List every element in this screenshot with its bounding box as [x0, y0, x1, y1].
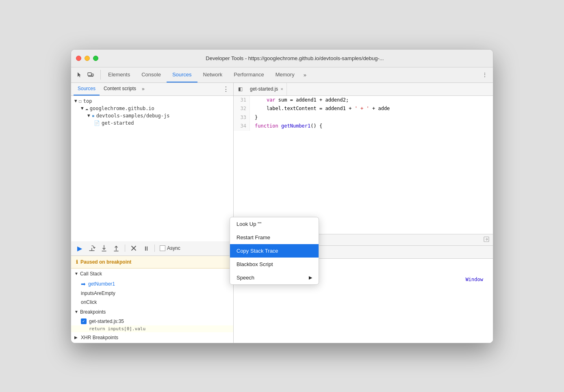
breakpoint-item-0[interactable]: ✓ get-started.js:35 — [71, 317, 233, 325]
more-menu-icon[interactable]: ⋮ — [480, 70, 490, 80]
editor-tabs: ◧ get-started.js × — [234, 83, 493, 96]
code-editor[interactable]: 31 32 33 34 var sum = addend1 + addend2;… — [234, 96, 493, 234]
cloud-icon: ☁ — [85, 106, 88, 111]
code-line-33: } — [255, 113, 488, 122]
code-line-31: var sum = addend1 + addend2; — [255, 96, 488, 105]
right-panel: ◧ get-started.js × 31 32 33 34 var — [234, 83, 493, 343]
paused-banner: ℹ Paused on breakpoint — [71, 256, 233, 269]
device-icon[interactable] — [86, 70, 95, 80]
chevron-right-icon: ▶ — [74, 335, 78, 340]
left-panel-menu[interactable]: ⋮ — [221, 85, 231, 93]
tab-bar: Elements Console Sources Network Perform… — [71, 67, 493, 83]
toolbar-separator — [125, 245, 125, 252]
close-tab-icon[interactable]: × — [280, 87, 283, 91]
main-tabs: Elements Console Sources Network Perform… — [102, 67, 480, 82]
chevron-down-icon: ▼ — [74, 271, 78, 276]
left-tab-sources[interactable]: Sources — [74, 83, 100, 95]
folder-icon: ▪ — [92, 113, 95, 119]
cursor-icon[interactable] — [74, 70, 84, 80]
breakpoints-header[interactable]: ▼ Breakpoints — [71, 307, 233, 317]
info-icon: ℹ — [76, 259, 78, 265]
context-menu-item-copy-stack[interactable]: Copy Stack Trace — [230, 244, 319, 258]
line-numbers: 31 32 33 34 — [234, 96, 250, 131]
code-line-34: function getNumber1() { — [255, 122, 488, 131]
tab-console[interactable]: Console — [136, 67, 167, 82]
tab-bar-end: ⋮ — [480, 70, 490, 80]
call-stack-header[interactable]: ▼ Call Stack — [71, 269, 233, 279]
line-num-32: 32 — [237, 104, 246, 113]
tab-memory[interactable]: Memory — [270, 67, 300, 82]
chevron-down-icon: ▼ — [87, 113, 90, 118]
call-stack-item-2[interactable]: onClick — [71, 298, 233, 307]
left-panel-tabs: Sources Content scripts » ⋮ — [71, 83, 233, 96]
line-num-33: 33 — [237, 113, 246, 122]
file-icon: 📄 — [94, 120, 100, 126]
window-title: Developer Tools - https://googlechrome.g… — [102, 55, 488, 61]
breakpoint-checkbox[interactable]: ✓ — [81, 318, 87, 324]
pause-button[interactable]: ⏸ — [141, 243, 151, 253]
line-num-31: 31 — [237, 96, 246, 105]
submenu-arrow-icon: ▶ — [309, 275, 312, 280]
current-frame-icon: ➡ — [81, 281, 86, 287]
step-out-button[interactable] — [111, 243, 121, 253]
async-checkbox[interactable] — [160, 245, 165, 251]
context-menu-item-speech[interactable]: Speech ▶ — [230, 271, 319, 284]
title-bar: Developer Tools - https://googlechrome.g… — [71, 50, 493, 67]
step-into-button[interactable] — [99, 243, 109, 253]
code-lines: 31 32 33 34 var sum = addend1 + addend2;… — [234, 96, 493, 131]
folder-icon: ☐ — [79, 98, 82, 104]
step-over-button[interactable] — [87, 243, 97, 253]
main-area: Sources Content scripts » ⋮ ▼ ☐ top ▼ ☁ … — [71, 83, 493, 343]
file-tree: ▼ ☐ top ▼ ☁ googlechrome.github.io ▼ ▪ d… — [71, 96, 233, 241]
async-toggle[interactable]: Async — [160, 245, 180, 251]
tree-item-folder[interactable]: ▼ ▪ devtools-samples/debug-js — [71, 112, 233, 119]
code-content: var sum = addend1 + addend2; label.textC… — [250, 96, 493, 131]
debug-toolbar: ▶ ⏸ Async — [71, 241, 233, 256]
context-menu: Look Up "" Restart Frame Copy Stack Trac… — [230, 217, 319, 285]
svg-rect-0 — [88, 73, 91, 76]
chevron-down-icon: ▼ — [81, 106, 84, 111]
context-menu-item-lookup[interactable]: Look Up "" — [230, 217, 319, 231]
devtools-window: Developer Tools - https://googlechrome.g… — [71, 49, 493, 343]
minimize-button[interactable] — [85, 56, 90, 61]
call-stack-item-1[interactable]: inputsAreEmpty — [71, 289, 233, 298]
tab-sources[interactable]: Sources — [167, 67, 197, 82]
editor-tab-file[interactable]: get-started.js × — [247, 83, 287, 95]
left-panel: Sources Content scripts » ⋮ ▼ ☐ top ▼ ☁ … — [71, 83, 234, 343]
toolbar-separator-2 — [154, 245, 155, 252]
deactivate-button[interactable] — [128, 243, 139, 253]
status-end-icon — [483, 236, 490, 244]
paused-text: Paused on breakpoint — [80, 259, 131, 265]
chevron-down-icon: ▼ — [74, 310, 78, 314]
resume-button[interactable]: ▶ — [74, 243, 85, 253]
context-menu-item-blackbox[interactable]: Blackbox Script — [230, 258, 319, 271]
tab-network[interactable]: Network — [197, 67, 228, 82]
call-stack-item-0[interactable]: ➡ getNumber1 — [71, 279, 233, 289]
breakpoint-code: return inputs[0].valu — [71, 325, 233, 332]
tree-item-domain[interactable]: ▼ ☁ googlechrome.github.io — [71, 105, 233, 112]
maximize-button[interactable] — [93, 56, 98, 61]
code-line-32: label.textContent = addend1 + ' + ' + ad… — [255, 104, 488, 113]
line-num-34: 34 — [237, 122, 246, 131]
tab-bar-icons — [74, 70, 101, 80]
traffic-lights — [76, 56, 98, 61]
svg-rect-1 — [92, 74, 93, 76]
tab-performance[interactable]: Performance — [228, 67, 269, 82]
toggle-sidebar-button[interactable]: ◧ — [235, 84, 245, 94]
tabs-more-button[interactable]: » — [300, 72, 310, 78]
close-button[interactable] — [76, 56, 81, 61]
tree-item-file[interactable]: 📄 get-started — [71, 119, 233, 127]
left-tabs-more[interactable]: » — [140, 86, 146, 92]
xhr-breakpoints-header[interactable]: ▶ XHR Breakpoints — [71, 332, 233, 343]
chevron-down-icon: ▼ — [74, 98, 77, 104]
left-tab-content-scripts[interactable]: Content scripts — [100, 83, 140, 95]
tab-elements[interactable]: Elements — [102, 67, 136, 82]
context-menu-item-restart[interactable]: Restart Frame — [230, 231, 319, 244]
tree-item-top[interactable]: ▼ ☐ top — [71, 97, 233, 105]
